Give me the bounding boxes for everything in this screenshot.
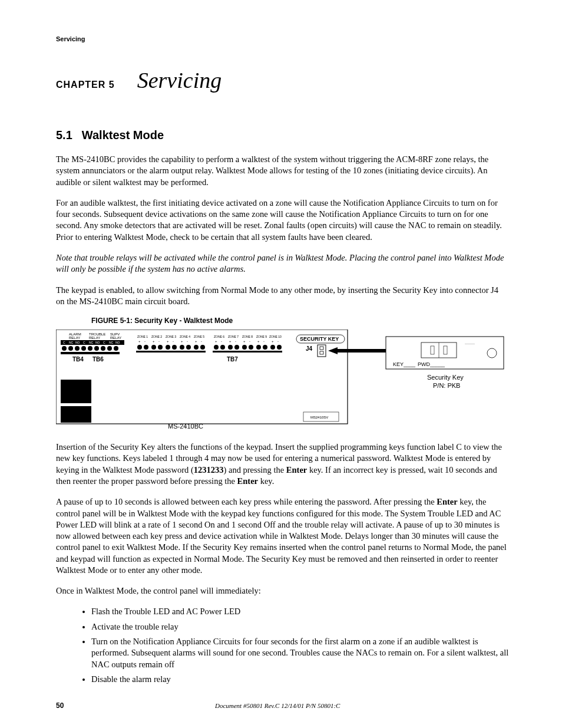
svg-text:MS2410SV: MS2410SV <box>310 416 328 419</box>
svg-text:-: - <box>235 340 236 343</box>
svg-point-18 <box>68 346 73 351</box>
svg-text:NO: NO <box>115 341 120 344</box>
svg-text:MS-2410BC: MS-2410BC <box>168 423 203 430</box>
list-item: Activate the trouble relay <box>91 621 509 633</box>
running-head: Servicing <box>56 35 509 42</box>
svg-text:KEY____: KEY____ <box>393 361 416 367</box>
svg-text:-: - <box>144 340 146 343</box>
svg-text:P/N: PKB: P/N: PKB <box>433 382 460 389</box>
svg-text:C: C <box>83 341 85 344</box>
svg-point-79 <box>277 345 282 350</box>
svg-text:TB7: TB7 <box>227 356 238 363</box>
svg-point-46 <box>158 345 163 350</box>
svg-point-43 <box>137 345 142 350</box>
svg-text:-: - <box>201 340 202 343</box>
svg-point-72 <box>228 345 233 350</box>
svg-text:SECURITY KEY: SECURITY KEY <box>300 336 339 342</box>
svg-point-74 <box>242 345 247 350</box>
figure-label: FIGURE 5-1: <box>91 317 133 325</box>
svg-rect-97 <box>431 346 434 354</box>
svg-text:ZONE 6: ZONE 6 <box>214 335 224 338</box>
svg-text:+: + <box>138 340 141 343</box>
svg-text:RELAY: RELAY <box>89 336 100 340</box>
svg-point-52 <box>200 345 205 350</box>
svg-text:+: + <box>153 340 155 343</box>
svg-point-48 <box>172 345 177 350</box>
paragraph: For an audible walktest, the first initi… <box>56 197 509 243</box>
svg-text:+: + <box>243 340 246 343</box>
svg-text:NO: NO <box>95 341 100 344</box>
svg-point-100 <box>487 348 497 358</box>
svg-point-20 <box>81 346 86 351</box>
svg-text:C: C <box>63 341 65 344</box>
svg-point-47 <box>166 345 170 350</box>
paragraph: The keypad is enabled, to allow switchin… <box>56 285 509 308</box>
svg-point-45 <box>151 345 156 350</box>
figure-title: Security Key - Walktest Mode <box>134 317 233 325</box>
list-item: Disable the alarm relay <box>91 674 509 685</box>
svg-point-17 <box>62 346 67 351</box>
svg-text:NO: NO <box>75 341 80 344</box>
svg-text:NC: NC <box>109 341 114 344</box>
svg-text:+: + <box>215 340 217 343</box>
list-item: Flash the Trouble LED and AC Power LED <box>91 606 509 617</box>
svg-text:PWD_____: PWD_____ <box>418 361 445 367</box>
svg-marker-93 <box>328 347 386 354</box>
svg-point-51 <box>194 345 199 350</box>
chapter-title: Servicing <box>137 67 222 93</box>
svg-rect-88 <box>61 380 91 403</box>
svg-text:J4: J4 <box>306 345 313 352</box>
chapter-heading: CHAPTER 5 Servicing <box>56 67 509 93</box>
svg-rect-98 <box>444 346 447 354</box>
svg-text:ZONE 1: ZONE 1 <box>137 335 148 338</box>
page-footer: 50 Document #50801 Rev.C 12/14/01 P/N 50… <box>56 701 509 710</box>
svg-text:+: + <box>181 340 183 343</box>
svg-text:-: - <box>221 340 222 343</box>
circuit-board-diagram-icon: ALARM RELAY TROUBLE RELAY SUPV RELAY CNC… <box>56 330 510 430</box>
svg-text:+: + <box>272 340 274 343</box>
svg-point-78 <box>270 345 275 350</box>
svg-text:TB6: TB6 <box>92 356 104 363</box>
svg-rect-53 <box>136 351 206 353</box>
svg-text:RELAY: RELAY <box>69 336 80 340</box>
svg-text:Security Key: Security Key <box>427 374 464 381</box>
svg-text:-: - <box>158 340 160 343</box>
svg-text:ZONE 9: ZONE 9 <box>256 335 267 338</box>
svg-text:ZONE 2: ZONE 2 <box>151 335 162 338</box>
svg-text:-: - <box>277 340 279 343</box>
bullet-list: Flash the Trouble LED and AC Power LED A… <box>56 606 509 685</box>
svg-point-44 <box>144 345 148 350</box>
svg-rect-87 <box>320 351 323 354</box>
svg-point-23 <box>101 346 105 351</box>
svg-text:C: C <box>103 341 105 344</box>
paragraph: Once in Walktest Mode, the control panel… <box>56 585 509 597</box>
document-info: Document #50801 Rev.C 12/14/01 P/N 50801… <box>64 702 491 709</box>
svg-rect-86 <box>320 347 323 350</box>
svg-point-25 <box>114 346 118 351</box>
list-item: Turn on the Notification Appliance Circu… <box>91 636 509 670</box>
svg-text:ZONE 5: ZONE 5 <box>194 335 204 338</box>
svg-text:-: - <box>249 340 250 343</box>
svg-text:-: - <box>173 340 174 343</box>
svg-rect-89 <box>61 406 91 423</box>
paragraph: The MS-2410BC provides the capability to… <box>56 154 509 188</box>
svg-text:-: - <box>263 340 265 343</box>
svg-text:NC: NC <box>69 341 74 344</box>
svg-rect-80 <box>213 351 282 353</box>
svg-point-71 <box>220 345 225 350</box>
svg-text:+: + <box>229 340 232 343</box>
section-number: 5.1 <box>56 129 72 142</box>
svg-text:RELAY: RELAY <box>110 336 121 340</box>
svg-text:+: + <box>167 340 169 343</box>
svg-text:ZONE 10: ZONE 10 <box>269 335 282 338</box>
svg-point-70 <box>214 345 219 350</box>
svg-text:ZONE 8: ZONE 8 <box>242 335 253 338</box>
svg-point-49 <box>180 345 184 350</box>
svg-text:ZONE 3: ZONE 3 <box>166 335 176 338</box>
svg-text:NC: NC <box>89 341 94 344</box>
svg-point-21 <box>88 346 92 351</box>
figure-caption: FIGURE 5-1: Security Key - Walktest Mode <box>91 317 509 325</box>
svg-point-24 <box>107 346 112 351</box>
svg-text:+: + <box>257 340 260 343</box>
svg-text:ZONE 4: ZONE 4 <box>180 335 190 338</box>
